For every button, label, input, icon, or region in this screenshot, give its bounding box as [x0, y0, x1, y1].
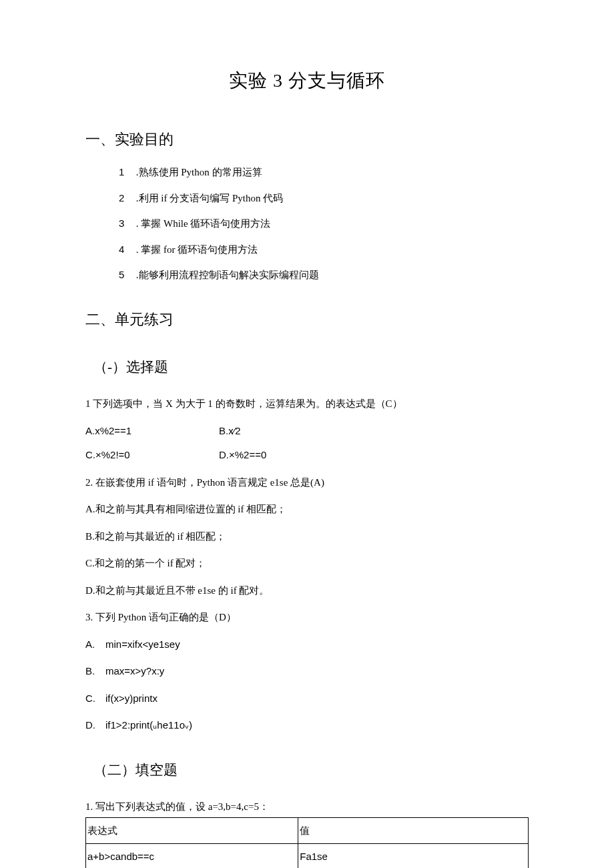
item-number: 5: [119, 268, 131, 283]
list-item: 3 . 掌握 While 循环语句使用方法: [119, 216, 529, 232]
table-cell-value: Fa1se: [298, 844, 529, 869]
item-number: 2: [119, 191, 131, 206]
table-row: 表达式 值: [86, 817, 529, 844]
question-stem: 1 下列选项中，当 X 为大于 1 的奇数时，运算结果为。的表达式是（C）: [85, 396, 529, 412]
expression-table: 表达式 值 a+b>candb==c Fa1se not(a>b)andnotc…: [85, 817, 529, 869]
question-1: 1 下列选项中，当 X 为大于 1 的奇数时，运算结果为。的表达式是（C） A.…: [85, 396, 529, 463]
item-text: .熟练使用 Python 的常用运算: [133, 167, 262, 177]
section-1-heading: 一、实验目的: [85, 128, 529, 150]
item-number: 1: [119, 165, 131, 180]
option-text: if1>2:print(ᵤhe11oᵥ): [105, 719, 192, 731]
table-cell-expr: a+b>candb==c: [86, 844, 298, 869]
list-item: 2 .利用 if 分支语句编写 Python 代码: [119, 191, 529, 206]
item-text: .能够利用流程控制语句解决实际编程问题: [133, 270, 319, 280]
option-c: C.和之前的第一个 if 配对；: [85, 556, 529, 571]
option-a: A.和之前与其具有相同缩进位置的 if 相匹配；: [85, 502, 529, 517]
item-text: .利用 if 分支语句编写 Python 代码: [133, 193, 283, 203]
option-letter: D.: [85, 718, 105, 733]
table-row: a+b>candb==c Fa1se: [86, 844, 529, 869]
option-text: if(x>y)printx: [105, 693, 158, 704]
option-b: B.x⁄2: [219, 424, 241, 439]
fill-question-stem: 1. 写出下列表达式的值，设 a=3,b=4,c=5：: [85, 799, 529, 815]
question-2: 2. 在嵌套使用 if 语句时，Python 语言规定 e1se 总是(A) A…: [85, 475, 529, 598]
option-d: D.×%2==0: [219, 448, 266, 463]
list-item: 4 . 掌握 for 循环语句使用方法: [119, 242, 529, 258]
item-text: . 掌握 While 循环语句使用方法: [133, 218, 270, 229]
option-d: D.和之前与其最近且不带 e1se 的 if 配对。: [85, 583, 529, 598]
question-stem: 2. 在嵌套使用 if 语句时，Python 语言规定 e1se 总是(A): [85, 475, 529, 490]
option-text: max=x>y?x:y: [105, 665, 164, 677]
option-b: B.和之前与其最近的 if 相匹配；: [85, 529, 529, 544]
option-letter: B.: [85, 664, 105, 679]
table-header-value: 值: [298, 817, 529, 844]
objectives-list: 1 .熟练使用 Python 的常用运算 2 .利用 if 分支语句编写 Pyt…: [119, 165, 529, 283]
section-2-heading: 二、单元练习: [85, 308, 529, 330]
option-c: C.if(x>y)printx: [85, 691, 529, 707]
subsection-fill-heading: （二）填空题: [93, 760, 529, 781]
question-3: 3. 下列 Python 语句正确的是（D） A.min=xifx<ye1sey…: [85, 610, 529, 733]
option-d: D.if1>2:print(ᵤhe11oᵥ): [85, 718, 529, 733]
option-a: A.x%2==1: [85, 424, 219, 439]
option-text: min=xifx<ye1sey: [105, 638, 180, 650]
item-text: . 掌握 for 循环语句使用方法: [133, 244, 258, 255]
option-letter: A.: [85, 637, 105, 653]
table-header-expr: 表达式: [86, 817, 298, 844]
list-item: 5 .能够利用流程控制语句解决实际编程问题: [119, 268, 529, 283]
option-letter: C.: [85, 691, 105, 707]
item-number: 4: [119, 242, 131, 258]
item-number: 3: [119, 216, 131, 232]
doc-title: 实验 3 分支与循环: [85, 67, 529, 95]
list-item: 1 .熟练使用 Python 的常用运算: [119, 165, 529, 180]
question-stem: 3. 下列 Python 语句正确的是（D）: [85, 610, 529, 625]
subsection-choice-heading: （-）选择题: [93, 357, 529, 378]
option-a: A.min=xifx<ye1sey: [85, 637, 529, 653]
option-c: C.×%2!=0: [85, 448, 219, 463]
option-b: B.max=x>y?x:y: [85, 664, 529, 679]
